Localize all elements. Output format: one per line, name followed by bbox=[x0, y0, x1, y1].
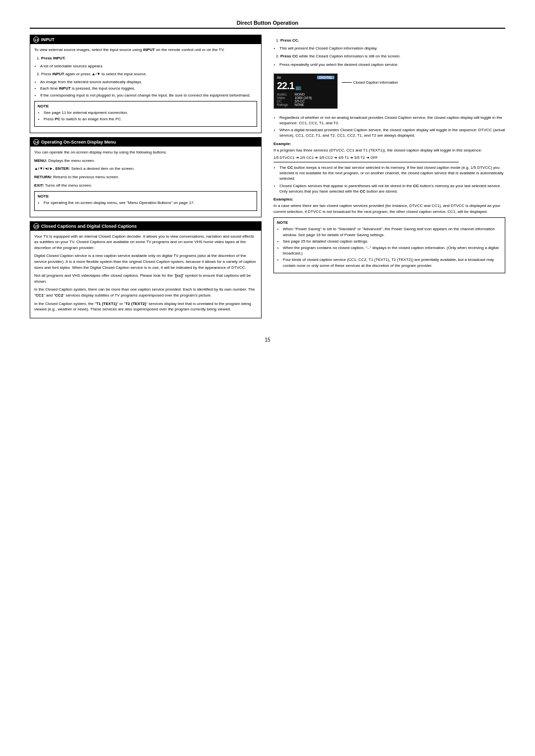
example-header: Example: bbox=[273, 142, 505, 146]
cc-display-bullets: Regardless of whether or not an analog b… bbox=[273, 115, 505, 139]
channel-display-box: Air DIGITAL 22.1 📺 Audio1 Video CC bbox=[273, 73, 338, 109]
example-section: Example: If a program has three services… bbox=[273, 142, 505, 163]
cc-row-label: CC bbox=[277, 100, 288, 103]
note-page11: See page 11 for external equipment conne… bbox=[44, 110, 254, 115]
channel-num-row: 22.1 📺 bbox=[277, 80, 334, 92]
osd-note-list: For operating the on-screen display menu… bbox=[38, 200, 254, 205]
bullet-digital-toggle: When a digital broadcast provides Closed… bbox=[279, 127, 505, 138]
input-step2-list: Press INPUT again or press ▲/▼ to select… bbox=[34, 71, 257, 77]
cc-para1: Your TV is equipped with an internal Clo… bbox=[34, 234, 257, 251]
cc-para4: In the Closed Caption system, there can … bbox=[34, 287, 257, 298]
bullets-after-example: The CC button keeps a record of the last… bbox=[273, 165, 505, 194]
bullet-notplugged: If the corresponding input is not plugge… bbox=[40, 93, 257, 98]
examples2-text: In a case where there are two closed cap… bbox=[273, 203, 505, 214]
cc-step2-bullets: Press repeatedly until you select the de… bbox=[273, 62, 505, 67]
ratings-val: NONE bbox=[295, 103, 312, 106]
channel-info-row: Audio1 Video CC Ratings :::: MONO 1080i … bbox=[277, 93, 334, 106]
input-section-box: 13 INPUT To view external source images,… bbox=[30, 35, 262, 133]
sequence-underline bbox=[273, 162, 459, 162]
cc-right-content: Press CC. This will present the Closed C… bbox=[273, 35, 505, 279]
cc-step-2: Press CC while the Closed Caption inform… bbox=[280, 53, 505, 59]
osd-note-page17: For operating the on-screen display menu… bbox=[44, 200, 254, 205]
osd-return: RETURN: Returns to the previous menu scr… bbox=[34, 174, 257, 180]
info-separators: :::: bbox=[291, 93, 292, 106]
channel-display-area: Air DIGITAL 22.1 📺 Audio1 Video CC bbox=[273, 70, 505, 112]
cc-section-header: 15 Closed Captions and Digital Closed Ca… bbox=[30, 222, 261, 231]
bullet-auto: An image from the selected source automa… bbox=[40, 79, 257, 85]
cc-right-steps: Press CC. bbox=[273, 38, 505, 43]
sequence-text: 1/5 DTVCC1 ➜ 2/5 CC1 ➜ 3/5 CC2 ➜ 4/5 T1 … bbox=[273, 155, 378, 160]
input-step-1: Press INPUT. bbox=[41, 55, 257, 61]
input-section-content: To view external source images, select t… bbox=[30, 44, 261, 133]
bullet-toggle: Each time INPUT is pressed, the input so… bbox=[40, 86, 257, 91]
two-column-layout: 13 INPUT To view external source images,… bbox=[30, 35, 505, 322]
input-steps: Press INPUT. bbox=[34, 55, 257, 61]
osd-note-title: NOTE bbox=[38, 194, 254, 199]
cc-title: Closed Captions and Digital Closed Capti… bbox=[41, 224, 137, 229]
cc-step1-bullets: This will present the Closed Caption inf… bbox=[273, 46, 505, 51]
osd-exit: EXIT: Turns off the menu screen. bbox=[34, 183, 257, 189]
caption-arrow-line bbox=[342, 82, 352, 83]
cc-step-1: Press CC. bbox=[280, 38, 505, 43]
input-icon-num: 13 bbox=[33, 37, 39, 43]
note2-page25: See page 25 for detailed closed caption … bbox=[283, 239, 502, 244]
page-content: Direct Button Operation 13 INPUT To view… bbox=[30, 20, 505, 343]
examples2-section: Examples: In a case where there are two … bbox=[273, 197, 505, 214]
digital-label: DIGITAL bbox=[317, 76, 334, 79]
section-header: Direct Button Operation bbox=[30, 20, 505, 29]
cc-sequence: 1/5 DTVCC1 ➜ 2/5 CC1 ➜ 3/5 CC2 ➜ 4/5 T1 … bbox=[273, 155, 505, 160]
cc-para5: In the Closed Caption system, the "T1 (T… bbox=[34, 301, 257, 312]
ratings-label: Ratings bbox=[277, 103, 288, 106]
bullet-cc-repeat: Press repeatedly until you select the de… bbox=[279, 62, 505, 67]
osd-note-box: NOTE For operating the on-screen display… bbox=[34, 191, 257, 210]
bullet-cc-memory: The CC button keeps a record of the last… bbox=[279, 165, 505, 182]
osd-title: Operating On-Screen Display Menu bbox=[41, 140, 116, 145]
osd-arrows: ▲/▼/◄/►, ENTER: Select a desired item on… bbox=[34, 166, 257, 172]
info-labels: Audio1 Video CC Ratings bbox=[277, 93, 288, 106]
osd-section-box: 14 Operating On-Screen Display Menu You … bbox=[30, 137, 262, 217]
audio-label: Audio1 bbox=[277, 93, 288, 96]
cc-section-content: Your TV is equipped with an internal Clo… bbox=[30, 231, 261, 318]
input-step-2: Press INPUT again or press ▲/▼ to select… bbox=[41, 71, 257, 77]
bullet-analog-toggle: Regardless of whether or not an analog b… bbox=[279, 115, 505, 126]
osd-menu: MENU: Displays the menu screen. bbox=[34, 158, 257, 164]
channel-number: 22.1 bbox=[277, 80, 294, 92]
note2-box: NOTE When "Power Saving" is set to "Stan… bbox=[273, 217, 505, 273]
note2-four-kinds: Four kinds of closed caption service (CC… bbox=[283, 257, 502, 268]
osd-intro: You can operate the on-screen display me… bbox=[34, 150, 257, 155]
osd-section-header: 14 Operating On-Screen Display Menu bbox=[30, 138, 261, 147]
cc-para3: Not all programs and VHS videotapes offe… bbox=[34, 273, 257, 284]
input-note-box: NOTE See page 11 for external equipment … bbox=[34, 101, 257, 127]
cc-icon-num: 15 bbox=[33, 223, 39, 229]
left-column: 13 INPUT To view external source images,… bbox=[30, 35, 262, 322]
caption-info-label-area: Closed Caption information bbox=[342, 80, 398, 85]
cc-val: 2/5 CC bbox=[295, 100, 312, 103]
examples2-header: Examples: bbox=[273, 197, 505, 202]
note2-power: When "Power Saving" is set to "Standard"… bbox=[283, 226, 502, 237]
osd-section-content: You can operate the on-screen display me… bbox=[30, 147, 261, 216]
caption-info-label: Closed Caption information bbox=[353, 80, 398, 85]
cc-step2-list: Press CC while the Closed Caption inform… bbox=[273, 53, 505, 59]
input-section-header: 13 INPUT bbox=[30, 35, 261, 44]
osd-icon-num: 14 bbox=[33, 139, 39, 145]
cc-section-box: 15 Closed Captions and Digital Closed Ca… bbox=[30, 221, 262, 318]
example-text: If a program has three services (DTVCC, … bbox=[273, 148, 505, 153]
bullet-sources: A list of selectable sources appears. bbox=[40, 63, 257, 69]
bullet-cc-parentheses: Closed Caption services that appear in p… bbox=[279, 183, 505, 194]
input-step2-bullets: An image from the selected source automa… bbox=[34, 79, 257, 98]
page-number: 15 bbox=[30, 337, 505, 343]
video-val: 1080i (16:9) bbox=[295, 96, 312, 100]
air-digital-row: Air DIGITAL bbox=[277, 76, 334, 79]
input-note-title: NOTE bbox=[38, 103, 254, 109]
audio-val: MONO bbox=[295, 93, 312, 96]
note2-title: NOTE bbox=[277, 220, 502, 225]
air-label: Air bbox=[277, 76, 281, 79]
note2-list: When "Power Saving" is set to "Standard"… bbox=[277, 226, 502, 268]
input-intro: To view external source images, select t… bbox=[34, 47, 257, 53]
right-column: Press CC. This will present the Closed C… bbox=[273, 35, 505, 322]
cc-para2: Digital Closed Caption service is a new … bbox=[34, 253, 257, 270]
note2-no-caption: When the program contains no closed capt… bbox=[283, 245, 502, 256]
input-step1-bullets: A list of selectable sources appears. bbox=[34, 63, 257, 69]
input-note-list: See page 11 for external equipment conne… bbox=[38, 110, 254, 122]
bullet-cc-display: This will present the Closed Caption inf… bbox=[279, 46, 505, 51]
